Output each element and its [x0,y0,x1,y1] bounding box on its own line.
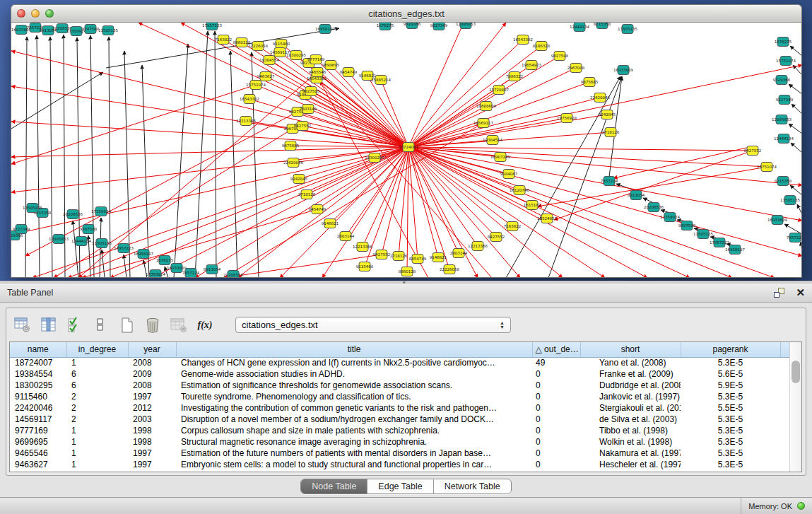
cell-in[interactable]: 1 [66,459,128,470]
cell-in[interactable]: 1 [66,436,128,448]
network-node[interactable]: 9242845 [599,110,616,119]
cell-year[interactable]: 1997 [128,459,176,470]
cell-name[interactable]: 22420046 [10,402,66,414]
cell-pr[interactable]: 5.3E-5 [681,436,780,448]
network-node[interactable]: 8454749 [309,205,326,214]
cell-out[interactable]: 0 [532,414,580,425]
network-node[interactable]: 8427552 [373,250,391,259]
network-node[interactable]: 9227349 [430,23,448,30]
network-node[interactable]: 9329366 [404,23,421,29]
column-header-short[interactable]: short [580,342,681,357]
network-view-window[interactable]: citations_edges.txt 98275051654338281863… [11,4,802,278]
network-node[interactable]: 22226058 [248,42,268,51]
cell-year[interactable]: 2009 [128,368,176,380]
tab-edge-table[interactable]: Edge Table [367,479,433,493]
network-node[interactable]: 8427552 [488,233,505,242]
network-node[interactable]: 2803144 [450,249,468,258]
network-node[interactable]: 9242845 [290,175,308,184]
cell-in[interactable]: 6 [66,380,128,391]
cell-year[interactable]: 1998 [128,425,176,436]
cell-short[interactable]: Stergiakouli et al. (2012) [580,402,681,414]
cell-year[interactable]: 2012 [128,402,176,414]
vertical-scrollbar[interactable] [789,342,801,472]
network-node[interactable]: 20206536 [63,210,83,219]
network-node[interactable]: 12444134 [570,23,589,32]
cell-name[interactable]: 9115460 [10,391,66,402]
cell-pr[interactable]: 5.3E-5 [681,448,780,459]
cell-title[interactable]: Embryonic stem cells: a model to study s… [176,459,532,470]
network-node[interactable]: 9184067 [500,170,518,179]
network-node[interactable]: 8454749 [340,68,358,77]
cell-out[interactable]: 0 [532,402,580,414]
cell-pr[interactable]: 5.3E-5 [681,414,780,425]
cell-pr[interactable]: 5.3E-5 [681,425,780,436]
cell-in[interactable]: 2 [66,414,128,425]
cell-out[interactable]: 0 [532,459,580,470]
cell-in[interactable]: 6 [66,368,128,380]
cell-short[interactable]: Hescheler et al. (1997) [580,459,681,470]
cell-pr[interactable]: 5.6E-5 [681,368,780,380]
cell-pr[interactable]: 5.9E-5 [681,380,780,391]
network-node[interactable]: 12444134 [774,134,794,144]
cell-title[interactable]: Changes of HCN gene expression and I(f) … [176,357,532,368]
cell-name[interactable]: 9465546 [10,448,66,459]
network-node[interactable]: 19756928 [557,114,577,123]
cell-name[interactable]: 19384554 [10,368,66,380]
network-node[interactable]: 15751074 [776,57,796,66]
cell-out[interactable]: 0 [532,380,580,391]
tab-network-table[interactable]: Network Table [434,479,511,493]
cell-short[interactable]: de Silva et al. (2003) [580,414,681,425]
network-node[interactable]: 10688609 [476,102,496,111]
network-canvas[interactable]: 9827505165433828186328982750829670089875… [11,23,802,278]
cell-year[interactable]: 1997 [128,448,176,459]
network-node[interactable]: 9115460 [273,40,290,49]
cell-short[interactable]: Dudbridge et al. (2008) [580,380,681,391]
cell-title[interactable]: Corpus callosum shape and size in male p… [176,425,532,436]
cell-pr[interactable]: 5.3E-5 [681,459,780,470]
cell-name[interactable]: 18300295 [10,380,66,391]
cell-title[interactable]: Tourette syndrome. Phenomenology and cla… [176,391,532,402]
scrollbar-thumb[interactable] [792,361,800,383]
network-node[interactable]: 2718126 [602,128,620,137]
cell-pr[interactable]: 5.3E-5 [681,391,780,402]
cell-in[interactable]: 2 [66,391,128,402]
function-builder-icon[interactable]: f(x) [196,317,213,334]
cell-short[interactable]: Wolkin et al. (1998) [580,436,681,448]
cell-year[interactable]: 2008 [128,380,176,391]
cell-out[interactable]: 0 [532,436,580,448]
network-node[interactable]: 12213366 [468,242,488,251]
delete-table-icon[interactable] [170,317,187,334]
network-node[interactable]: 13505135 [618,25,637,34]
select-columns-icon[interactable] [66,317,83,334]
cell-short[interactable]: Jankovic et al. (1997) [580,391,681,402]
column-header-pagerank[interactable]: pagerank [681,342,780,357]
cell-year[interactable]: 2003 [128,414,176,425]
cell-short[interactable]: Yano et al. (2008) [580,357,681,368]
network-node[interactable]: 17957223 [202,23,222,30]
cell-name[interactable]: 9699695 [10,436,66,448]
table-selector-dropdown[interactable]: citations_edges.txt ▲▼ [235,317,511,333]
cell-in[interactable]: 1 [66,357,128,368]
table-mode-icon[interactable] [13,317,30,334]
network-node[interactable]: 22226058 [440,265,459,274]
cell-in[interactable]: 2 [66,402,128,414]
network-node[interactable]: 9227349 [776,95,794,105]
network-node[interactable]: 2718126 [390,252,408,261]
cell-pr[interactable]: 5.3E-5 [681,357,780,368]
cell-title[interactable]: Estimation of the future numbers of pati… [176,448,532,459]
network-node[interactable]: 15720407 [489,86,509,95]
network-node[interactable]: 16543382 [240,95,259,104]
network-node[interactable]: 8813054 [628,191,645,200]
network-node[interactable]: 12213366 [353,243,372,252]
network-node[interactable]: 8454749 [409,255,427,264]
cell-name[interactable]: 14569117 [10,414,66,425]
network-node[interactable]: 9699695 [322,61,340,70]
table-row[interactable]: 946554611997Estimation of the future num… [10,448,789,459]
network-node[interactable]: 1678275 [775,37,792,47]
network-node[interactable]: 12095853 [456,23,476,29]
network-node[interactable]: 15751074 [757,163,777,172]
network-node[interactable]: 8215358 [594,23,611,29]
network-node[interactable]: 17359924 [660,213,680,222]
cell-short[interactable]: Franke et al. (2009) [580,368,681,380]
column-header-year[interactable]: year [128,342,176,357]
